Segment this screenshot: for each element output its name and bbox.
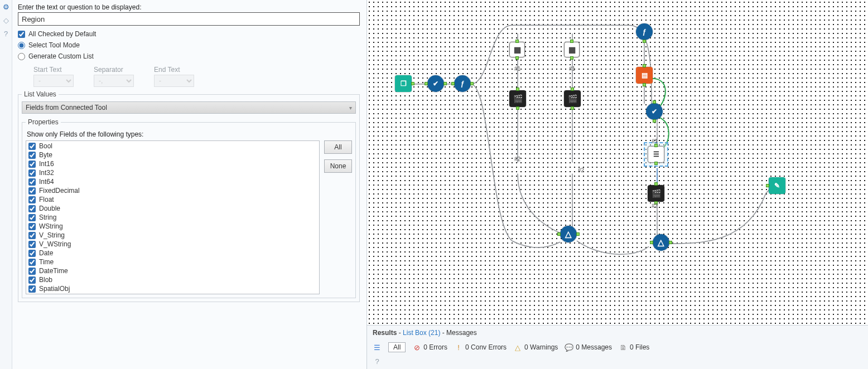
field-type-label: Blob [39, 276, 52, 284]
generate-custom-list-row[interactable]: Generate Custom List [18, 52, 360, 60]
field-type-row[interactable]: String [28, 213, 317, 221]
field-type-checkbox[interactable] [28, 285, 36, 293]
macro-output-node-1[interactable]: △ [560, 226, 577, 242]
field-type-label: Date [39, 249, 53, 257]
field-type-label: Float [39, 196, 54, 203]
field-type-row[interactable]: DateTime [28, 267, 317, 275]
warning-icon: △ [513, 343, 522, 352]
results-tail: Messages [446, 329, 477, 337]
field-type-row[interactable]: Date [28, 249, 317, 257]
none-button[interactable]: None [324, 159, 352, 173]
help-icon-small[interactable]: ? [373, 357, 382, 366]
messages-filter[interactable]: 💬0 Messages [565, 343, 612, 352]
field-type-checkbox[interactable] [28, 196, 36, 203]
list-values-combo[interactable]: Fields from Connected Tool ▾ [22, 101, 356, 114]
workflow-canvas[interactable]: ❐ ✔ ƒ ▦ ▦ #1 #1 🎬 🎬 #2 #2 ƒ ▤ ✔ ☰ #1 🎬 #… [367, 0, 868, 325]
separator-select: -, [94, 75, 134, 87]
field-type-checkbox[interactable] [28, 205, 36, 212]
gear-icon[interactable]: ⚙ [2, 2, 11, 11]
field-type-label: V_WString [39, 240, 71, 248]
generate-custom-list-radio[interactable] [18, 53, 25, 60]
all-button[interactable]: All [324, 140, 352, 154]
select-node-2[interactable]: ✔ [646, 103, 663, 120]
warnings-filter[interactable]: △0 Warnings [513, 343, 558, 352]
field-type-row[interactable]: Int16 [28, 160, 317, 168]
select-tool-mode-radio[interactable] [18, 42, 25, 49]
field-type-row[interactable]: FixedDecimal [28, 187, 317, 195]
field-type-row[interactable]: SpatialObj [28, 285, 317, 293]
field-type-row[interactable]: Int64 [28, 178, 317, 186]
list-values-legend: List Values [22, 90, 59, 98]
field-type-label: WString [39, 222, 63, 230]
list-box-node[interactable]: ☰ [648, 146, 664, 163]
field-type-row[interactable]: Double [28, 205, 317, 212]
field-type-checkbox[interactable] [28, 214, 36, 221]
field-type-row[interactable]: V_WString [28, 240, 317, 248]
all-checked-row[interactable]: All Checked by Default [18, 30, 360, 38]
file-icon: 🗎 [619, 343, 628, 352]
field-type-row[interactable]: Bool [28, 142, 317, 150]
tag-3: #1 [569, 66, 575, 72]
field-type-label: SpatialObj [39, 285, 70, 293]
action-node-2[interactable]: 🎬 [564, 90, 581, 107]
select-tool-mode-label: Select Tool Mode [28, 41, 80, 49]
end-text-select: - [154, 75, 194, 87]
results-footer: ? [367, 356, 868, 369]
field-type-row[interactable]: V_String [28, 231, 317, 239]
macro-output-node-2[interactable]: △ [653, 234, 669, 251]
text-table-node-2[interactable]: ▦ [564, 42, 580, 57]
workflow-area: ❐ ✔ ƒ ▦ ▦ #1 #1 🎬 🎬 #2 #2 ƒ ▤ ✔ ☰ #1 🎬 #… [367, 0, 868, 369]
field-type-row[interactable]: Int32 [28, 169, 317, 177]
field-type-checkbox[interactable] [28, 161, 36, 168]
conv-errors-filter[interactable]: !0 Conv Errors [454, 343, 507, 352]
field-type-label: V_String [39, 231, 65, 239]
field-type-checkbox[interactable] [28, 276, 36, 284]
field-type-row[interactable]: Float [28, 196, 317, 203]
field-type-checkbox[interactable] [28, 223, 36, 230]
properties-legend: Properties [26, 118, 61, 126]
field-type-checkbox[interactable] [28, 152, 36, 159]
all-checked-checkbox[interactable] [18, 31, 25, 38]
field-type-checkbox[interactable] [28, 169, 36, 177]
field-type-label: Int16 [39, 160, 54, 168]
comment-node[interactable]: ✎ [769, 177, 785, 194]
list-icon[interactable]: ☰ [373, 343, 382, 352]
field-type-checkbox[interactable] [28, 250, 36, 257]
field-type-checkbox[interactable] [28, 143, 36, 150]
field-type-row[interactable]: Byte [28, 151, 317, 159]
prompt-input[interactable] [18, 12, 360, 26]
select-node[interactable]: ✔ [427, 75, 444, 92]
field-type-checkbox[interactable] [28, 268, 36, 275]
field-type-checkbox[interactable] [28, 241, 36, 248]
filter-all-button[interactable]: All [388, 342, 406, 352]
field-types-list[interactable]: BoolByteInt16Int32Int64FixedDecimalFloat… [26, 140, 320, 294]
tag-1: #1 [514, 66, 520, 72]
field-type-label: Bool [39, 142, 52, 150]
start-text-label: Start Text [33, 66, 74, 74]
field-type-checkbox[interactable] [28, 178, 36, 186]
files-filter[interactable]: 🗎0 Files [619, 343, 649, 352]
field-type-row[interactable]: WString [28, 222, 317, 230]
show-only-label: Show only Fields of the following types: [27, 130, 352, 138]
errors-filter[interactable]: ⊘0 Errors [412, 343, 447, 352]
formula-node-2[interactable]: ƒ [636, 23, 653, 40]
macro-input-node[interactable]: ❐ [395, 75, 412, 92]
field-type-checkbox[interactable] [28, 259, 36, 266]
field-type-checkbox[interactable] [28, 232, 36, 239]
results-source-link[interactable]: List Box (21) [403, 329, 440, 337]
action-node-1[interactable]: 🎬 [509, 90, 526, 107]
results-panel: Results - List Box (21) - Messages ☰ All… [367, 325, 868, 369]
select-tool-mode-row[interactable]: Select Tool Mode [18, 41, 360, 49]
results-toolbar: ☰ All ⊘0 Errors !0 Conv Errors △0 Warnin… [367, 340, 868, 356]
help-icon[interactable]: ? [2, 29, 11, 38]
report-text-node[interactable]: ▤ [636, 67, 653, 84]
action-node-3[interactable]: 🎬 [648, 185, 664, 202]
tag-icon[interactable]: ◇ [2, 16, 11, 25]
field-type-row[interactable]: Blob [28, 276, 317, 284]
field-type-row[interactable]: Time [28, 258, 317, 266]
formula-node[interactable]: ƒ [454, 75, 471, 92]
text-table-node-1[interactable]: ▦ [509, 42, 525, 57]
field-type-label: Int64 [39, 178, 54, 186]
field-type-checkbox[interactable] [28, 187, 36, 195]
start-text-select: - [33, 75, 74, 87]
